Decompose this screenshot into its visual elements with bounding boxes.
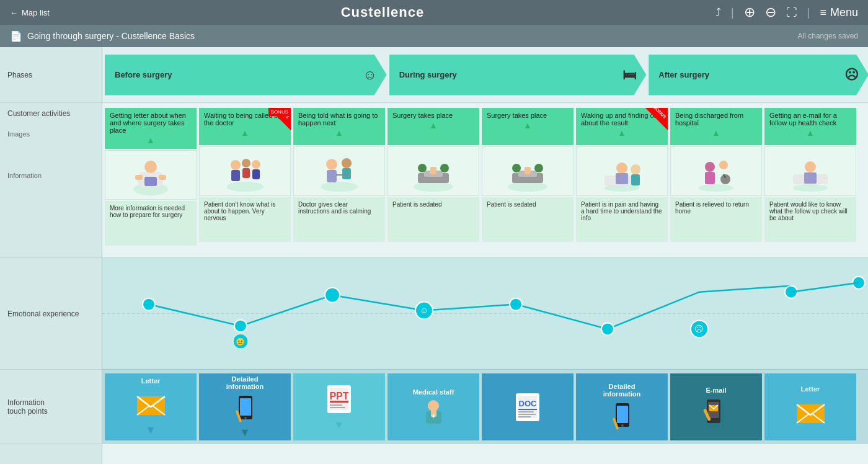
svg-point-40 xyxy=(719,161,728,169)
tp1-arrow: ▼ xyxy=(145,424,156,437)
activity-info-6: Patient is in pain and having a hard tim… xyxy=(576,197,668,242)
activity-card-7[interactable]: Being discharged from hospital ▲ Patient… xyxy=(670,108,762,242)
activity-card-3[interactable]: Being told what is going to happen next … xyxy=(293,108,385,242)
back-button[interactable]: ← Map list xyxy=(10,8,50,17)
svg-text:☹: ☹ xyxy=(694,324,704,334)
touchpoint-6[interactable]: Detailedinformation xyxy=(576,373,668,440)
svg-point-88 xyxy=(621,424,624,427)
svg-point-23 xyxy=(440,164,449,172)
svg-rect-74 xyxy=(330,407,345,408)
tp1-label: Letter xyxy=(141,377,161,385)
menu-icon: ≡ xyxy=(820,6,826,19)
touchpoint-4[interactable]: Medical staff + xyxy=(388,373,479,440)
svg-rect-18 xyxy=(336,174,348,176)
scroll-area[interactable]: Before surgery ☺ During surgery 🛏 After … xyxy=(102,47,868,464)
svg-point-7 xyxy=(231,160,241,170)
activity-image-1 xyxy=(105,150,197,200)
label-touch-points: Information touch points xyxy=(0,370,102,444)
touchpoint-1[interactable]: Letter ▼ xyxy=(105,373,197,440)
svg-point-29 xyxy=(534,164,543,172)
activity-card-5[interactable]: Surgery takes place ▲ Patient is sedated xyxy=(482,108,574,242)
svg-rect-72 xyxy=(330,401,348,403)
svg-rect-46 xyxy=(804,172,817,184)
svg-text:DOC: DOC xyxy=(518,399,537,408)
svg-line-61 xyxy=(791,283,859,292)
activity-card-4[interactable]: Surgery takes place ▲ Patient is sedated xyxy=(388,108,479,242)
svg-point-2 xyxy=(144,161,157,173)
zoom-out-icon[interactable]: ⊖ xyxy=(765,4,776,20)
emotional-chart: ☺ ☹ 😐 xyxy=(102,258,868,369)
svg-point-41 xyxy=(720,174,730,184)
tp6-label: Detailedinformation xyxy=(603,383,641,398)
activity-title-4: Surgery takes place ▲ xyxy=(388,108,479,145)
svg-rect-3 xyxy=(144,177,157,186)
svg-rect-17 xyxy=(342,168,351,179)
share-icon[interactable]: ⤴ xyxy=(715,6,721,19)
emotional-row: ☺ ☹ 😐 xyxy=(102,258,868,370)
zoom-in-icon[interactable]: ⊕ xyxy=(744,4,755,20)
tp3-arrow: ▼ xyxy=(334,419,345,432)
svg-rect-84 xyxy=(518,414,536,415)
fullscreen-icon[interactable]: ⛶ xyxy=(786,6,797,19)
activity-title-3: Being told what is going to happen next … xyxy=(293,108,385,145)
svg-point-9 xyxy=(242,159,250,167)
activity-title-2: Waiting to being called by the doctor BO… xyxy=(199,108,291,145)
activity-card-1[interactable]: Getting letter about when and where surg… xyxy=(105,108,197,246)
svg-text:PPT: PPT xyxy=(329,391,348,401)
touchpoint-8[interactable]: Letter xyxy=(764,373,856,440)
svg-point-54 xyxy=(601,323,614,335)
activity-info-7: Patient is relieved to return home xyxy=(670,197,762,242)
activity-image-7 xyxy=(670,146,762,196)
touchpoint-3[interactable]: PPT ▼ xyxy=(293,373,385,440)
svg-rect-8 xyxy=(231,170,240,181)
main-content: Phases Customer activities Images Inform… xyxy=(0,47,868,464)
touchpoint-2[interactable]: Detailedinformation ▼ xyxy=(199,373,291,440)
activity-title-1: Getting letter about when and where surg… xyxy=(105,108,197,149)
svg-point-37 xyxy=(699,184,733,192)
phase-after-surgery: After surgery ☹ xyxy=(649,55,868,96)
svg-point-6 xyxy=(226,182,264,192)
svg-rect-85 xyxy=(518,416,531,417)
svg-rect-87 xyxy=(617,406,628,423)
phase2-icon: 🛏 xyxy=(622,67,636,83)
touchpoint-5[interactable]: DOC xyxy=(482,373,574,440)
svg-point-14 xyxy=(326,159,337,170)
back-icon: ← xyxy=(10,8,18,17)
activity-card-8[interactable]: Getting an e-mail for a follow up health… xyxy=(764,108,856,242)
activity-card-6[interactable]: Waking up and finding out about the resu… xyxy=(576,108,668,242)
phases-row: Before surgery ☺ During surgery 🛏 After … xyxy=(102,47,868,103)
activity-image-3 xyxy=(293,146,385,196)
activity-card-2[interactable]: Waiting to being called by the doctor BO… xyxy=(199,108,291,242)
tp2-label: Detailedinformation xyxy=(226,375,264,390)
svg-text:😐: 😐 xyxy=(236,337,245,346)
svg-point-36 xyxy=(631,164,640,174)
doc-title-area: 📄 Going through surgery - Custellence Ba… xyxy=(10,30,195,42)
svg-point-16 xyxy=(342,158,352,168)
svg-rect-24 xyxy=(430,167,436,174)
activity-title-6: Waking up and finding out about the resu… xyxy=(576,108,668,145)
svg-rect-12 xyxy=(252,169,260,179)
tp4-label: Medical staff xyxy=(413,388,454,396)
phase3-label: After surgery xyxy=(658,70,709,79)
toolbar: ⤴ | ⊕ ⊖ ⛶ | ≡ Menu xyxy=(715,4,858,20)
svg-rect-39 xyxy=(705,172,715,184)
activity-info-4: Patient is sedated xyxy=(388,197,479,242)
menu-button[interactable]: ≡ Menu xyxy=(820,6,858,19)
phase1-icon: ☺ xyxy=(363,67,376,83)
activity-title-7: Being discharged from hospital ▲ xyxy=(670,108,762,145)
svg-point-49 xyxy=(234,319,247,332)
activity-info-5: Patient is sedated xyxy=(482,197,574,242)
svg-point-50 xyxy=(325,288,340,303)
svg-point-43 xyxy=(793,184,828,192)
label-emotional: Emotional experience xyxy=(0,258,102,370)
svg-rect-66 xyxy=(240,398,251,416)
svg-point-22 xyxy=(418,164,427,172)
svg-rect-15 xyxy=(327,170,337,182)
back-label: Map list xyxy=(22,8,50,17)
activity-image-8 xyxy=(764,146,856,196)
svg-point-33 xyxy=(616,163,627,174)
svg-point-53 xyxy=(510,298,522,311)
tp7-label: E-mail xyxy=(706,386,726,394)
svg-point-38 xyxy=(705,162,715,172)
touchpoint-7[interactable]: E-mail xyxy=(670,373,762,440)
